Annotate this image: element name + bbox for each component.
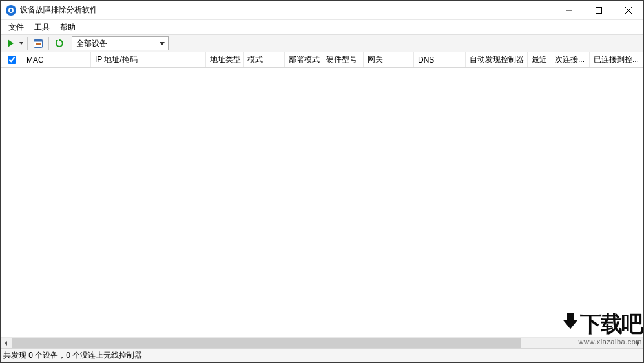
horizontal-scrollbar[interactable] — [1, 337, 643, 348]
app-icon — [6, 5, 16, 16]
column-ip-mask[interactable]: IP 地址/掩码 — [91, 52, 206, 67]
svg-marker-11 — [160, 42, 165, 45]
menubar: 文件 工具 帮助 — [1, 20, 643, 34]
scroll-thumb[interactable] — [12, 338, 521, 348]
calendar-button[interactable] — [30, 36, 46, 51]
titlebar: 设备故障排除分析软件 — [1, 1, 643, 20]
maximize-button[interactable] — [584, 1, 614, 20]
run-split-button[interactable] — [2, 36, 25, 51]
toolbar: 全部设备 — [1, 34, 643, 52]
grid-header: MAC IP 地址/掩码 地址类型 模式 部署模式 硬件型号 网关 DNS 自动… — [1, 52, 643, 68]
minimize-button[interactable] — [554, 1, 584, 20]
column-mode[interactable]: 模式 — [244, 52, 285, 67]
window-title: 设备故障排除分析软件 — [20, 5, 98, 16]
column-connected-ctrl[interactable]: 已连接到控... — [590, 52, 643, 67]
scroll-right-button[interactable] — [632, 338, 643, 348]
svg-rect-8 — [37, 43, 39, 45]
column-select-all[interactable] — [1, 52, 23, 67]
column-dns[interactable]: DNS — [414, 52, 466, 67]
svg-rect-6 — [34, 40, 43, 42]
column-deploy-mode[interactable]: 部署模式 — [285, 52, 322, 67]
svg-rect-9 — [39, 43, 41, 45]
menu-tools[interactable]: 工具 — [29, 21, 55, 34]
device-filter-text: 全部设备 — [72, 38, 156, 49]
select-all-checkbox[interactable] — [8, 56, 16, 64]
column-hw-model[interactable]: 硬件型号 — [322, 52, 364, 67]
close-button[interactable] — [614, 1, 643, 20]
svg-rect-7 — [36, 43, 37, 45]
svg-point-1 — [10, 8, 12, 11]
run-dropdown-caret[interactable] — [17, 36, 25, 51]
app-window: 设备故障排除分析软件 文件 工具 帮助 — [0, 0, 644, 363]
menu-file[interactable]: 文件 — [3, 21, 29, 34]
svg-rect-2 — [596, 7, 602, 13]
svg-marker-4 — [19, 42, 23, 45]
svg-marker-12 — [5, 341, 7, 346]
refresh-button[interactable] — [52, 36, 67, 51]
scroll-track[interactable] — [12, 338, 632, 348]
scroll-left-button[interactable] — [1, 338, 12, 348]
column-gateway[interactable]: 网关 — [364, 52, 414, 67]
device-grid: MAC IP 地址/掩码 地址类型 模式 部署模式 硬件型号 网关 DNS 自动… — [1, 52, 643, 348]
toolbar-separator — [27, 37, 28, 50]
status-text: 共发现 0 个设备，0 个没连上无线控制器 — [3, 350, 142, 361]
grid-body[interactable] — [1, 68, 643, 337]
device-filter-combo[interactable]: 全部设备 — [72, 36, 169, 50]
column-addr-type[interactable]: 地址类型 — [206, 52, 244, 67]
toolbar-separator — [48, 37, 49, 50]
column-last-conn[interactable]: 最近一次连接... — [528, 52, 590, 67]
statusbar: 共发现 0 个设备，0 个没连上无线控制器 — [1, 348, 643, 362]
run-button[interactable] — [3, 36, 18, 51]
column-auto-controller[interactable]: 自动发现控制器 — [466, 52, 528, 67]
chevron-down-icon — [156, 37, 168, 50]
svg-marker-3 — [8, 39, 14, 47]
menu-help[interactable]: 帮助 — [55, 21, 81, 34]
column-mac[interactable]: MAC — [23, 52, 91, 67]
svg-marker-13 — [637, 341, 639, 346]
